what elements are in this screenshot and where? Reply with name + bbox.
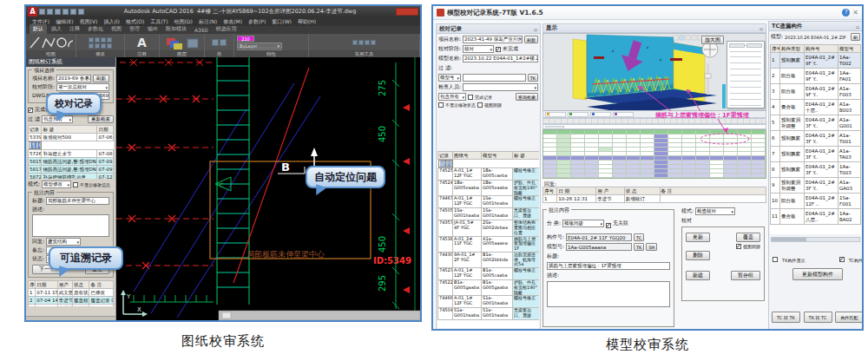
command-line[interactable] bbox=[219, 311, 420, 320]
mode-select[interactable]: 检查校对▾ bbox=[695, 207, 735, 215]
table-row[interactable]: 8预制飘窗E04A-01_2# 3F Y..1Aa-T003 bbox=[771, 162, 861, 178]
modelno-select[interactable]: 模型号▾ bbox=[438, 74, 461, 82]
open-icon[interactable] bbox=[47, 9, 53, 15]
table-row[interactable]: 110-26 12:31李进节新增校订 bbox=[543, 195, 766, 203]
ribbon-tab[interactable]: 管理 bbox=[126, 24, 143, 34]
refresh-button[interactable]: 刷 bbox=[851, 33, 860, 41]
column-header[interactable]: 构件号 bbox=[805, 45, 838, 53]
tc-button[interactable]: TC bbox=[634, 233, 644, 241]
done-checkbox[interactable] bbox=[468, 95, 473, 100]
search-button[interactable]: 重新检索 bbox=[88, 115, 114, 123]
tk-to-tc-button[interactable]: TK 转 TC bbox=[804, 312, 832, 323]
color-swatch[interactable]: 210 bbox=[237, 36, 254, 42]
menu-item[interactable]: 参数(P) bbox=[246, 18, 268, 26]
text-tool-icon[interactable]: A bbox=[137, 36, 147, 49]
table-row[interactable]: 10阳台板E04A-01_2# 12F ..1Sa-F001 bbox=[771, 194, 861, 209]
done-records-checkbox[interactable] bbox=[28, 108, 33, 113]
ribbon-group-label[interactable]: 注释 bbox=[125, 50, 159, 57]
block-tools-icon[interactable] bbox=[212, 39, 227, 46]
ribbon-group-label[interactable]: 绘图 bbox=[26, 50, 76, 57]
desc-textarea[interactable] bbox=[547, 281, 670, 307]
quick-access-toolbar[interactable] bbox=[39, 9, 84, 15]
table-row[interactable]: 745051Sa-G001haaba1Sa-G001haaba无梁窗边口、显缝 bbox=[438, 208, 540, 220]
sheet-tab[interactable] bbox=[613, 112, 634, 117]
modelno-input[interactable] bbox=[463, 74, 526, 82]
column-header[interactable]: 序号 bbox=[543, 187, 557, 195]
delete-button[interactable]: 删除 bbox=[686, 251, 710, 260]
column-header[interactable]: 序号 bbox=[29, 281, 36, 289]
query-button[interactable]: 查询检索 bbox=[516, 93, 538, 101]
tc-to-tk-button[interactable]: TC 转 TK bbox=[772, 312, 800, 323]
column-header[interactable]: 日期 bbox=[36, 281, 58, 289]
column-header[interactable]: 状态 bbox=[73, 281, 89, 289]
update-components-button[interactable]: 更新模型构件 bbox=[792, 268, 843, 280]
grid-row[interactable] bbox=[543, 174, 766, 178]
reply-select[interactable]: 建筑结构▾ bbox=[46, 238, 81, 246]
match-button[interactable]: 构件匹配 bbox=[835, 312, 864, 323]
project-name-select[interactable]: 2019-69 春暑岛皖河营销中▾ bbox=[56, 75, 91, 82]
table-row[interactable]: 5预制窗洞补调整E04A-01_2# 3F Y..A1a-G001 bbox=[771, 115, 861, 131]
linetype-select[interactable]: ByLayer▾ bbox=[237, 43, 282, 49]
stage-select[interactable]: 第一次总校对▾ bbox=[56, 83, 109, 91]
undo-icon[interactable] bbox=[62, 9, 69, 15]
table-row[interactable]: 9预制窗洞补调整E04A-01_2# 3F Y..A1a-GA03 bbox=[771, 178, 861, 194]
unfinished-checkbox[interactable] bbox=[496, 47, 501, 52]
save-button[interactable]: 暂存组 bbox=[731, 271, 760, 280]
menu-item[interactable]: 帮助(H) bbox=[295, 18, 319, 26]
desc-textarea[interactable] bbox=[32, 214, 109, 237]
view-toolbar-icons[interactable] bbox=[674, 36, 702, 40]
table-row[interactable]: 74467A-01_1# 12F YGC1Sa-G001heaba螺栓号修正 bbox=[438, 196, 540, 208]
ribbon-tab[interactable]: 视图 bbox=[108, 24, 125, 34]
follow-checkbox[interactable] bbox=[477, 102, 483, 108]
layers-icon[interactable] bbox=[165, 36, 200, 49]
ribbon-tab[interactable]: 注释 bbox=[66, 24, 83, 34]
window-controls[interactable] bbox=[396, 8, 418, 16]
table-row[interactable]: 74525A-01_1# 12F YGC1Ba-G005caeba螺栓号修正 bbox=[438, 168, 540, 180]
refresh-button[interactable]: 刷新 bbox=[93, 75, 109, 82]
model-select[interactable]: 2023.10.22 E04A-01_1#2#楼.ZIP▾ bbox=[463, 55, 538, 62]
ribbon-tab[interactable]: 插入 bbox=[48, 24, 65, 34]
ribbon-group-label[interactable]: 块 bbox=[205, 50, 233, 57]
ribbon-tab[interactable]: 输出 bbox=[144, 24, 161, 34]
mode-select[interactable]: 模型修改▾ bbox=[42, 180, 71, 188]
sheet-tab[interactable] bbox=[568, 112, 589, 117]
table-row[interactable]: 11叠合板E04A-01_2# 八层..1Aa-BA02 bbox=[771, 209, 861, 225]
modify-tools-icon[interactable] bbox=[89, 37, 112, 49]
column-header[interactable]: 标 题 bbox=[42, 126, 97, 134]
column-header[interactable]: 备 注 bbox=[89, 281, 114, 289]
sh-button[interactable]: SH bbox=[646, 243, 657, 251]
redo-icon[interactable] bbox=[70, 9, 76, 15]
ribbon-tab[interactable]: 默认 bbox=[30, 24, 47, 34]
table-row[interactable]: 2阳台板E04A-01_2# 9F Y..1Aa-FA01 bbox=[771, 69, 861, 84]
column-header[interactable]: 记录 bbox=[29, 126, 42, 134]
ribbon-group-label[interactable]: 特性 bbox=[234, 50, 308, 57]
column-header[interactable]: 用户 bbox=[57, 281, 72, 289]
draw-tools-icon[interactable] bbox=[29, 36, 73, 49]
zoom-slider[interactable] bbox=[707, 63, 709, 95]
hide-edits-checkbox[interactable] bbox=[73, 182, 78, 187]
table-row[interactable]: 3阳台板E04A-01_2# 9F Y..A1a-F003 bbox=[771, 84, 861, 100]
ribbon-group-label[interactable]: 图层 bbox=[160, 50, 204, 57]
refresh-button[interactable]: 刷新 bbox=[524, 36, 538, 43]
column-header[interactable]: 构件类型 bbox=[780, 45, 805, 53]
table-row[interactable]: 7预制飘窗E04A-01_2# 3F Y..A1a-TA03 bbox=[771, 147, 861, 162]
cover-button[interactable]: 覆盖 bbox=[736, 233, 760, 242]
model-viewport[interactable]: 放大图 bbox=[542, 33, 766, 111]
no-relation-checkbox[interactable] bbox=[606, 223, 611, 228]
tk-display-checkbox[interactable] bbox=[773, 257, 778, 262]
contain-select[interactable]: 包含所有▾ bbox=[438, 93, 466, 101]
column-header[interactable]: 状 态 bbox=[624, 187, 660, 195]
h-scrollbar[interactable] bbox=[771, 237, 860, 242]
table-row[interactable]: 74529A-01_2# 11F YGC1Aa-G005aaaea插筋与上层窗预… bbox=[438, 160, 453, 167]
table-row[interactable]: 5339板墙校对50007-06 bbox=[29, 134, 114, 141]
table-row[interactable]: 74538A-01_2# 11F YGCA1a-G005aaaea插筋与上层窗预… bbox=[438, 236, 540, 252]
checker-select[interactable]: ▾ bbox=[463, 83, 538, 91]
component-grid[interactable] bbox=[542, 129, 766, 179]
ribbon-group-label[interactable]: 实用工具 bbox=[309, 50, 419, 57]
plot-icon[interactable] bbox=[78, 9, 84, 15]
table-row[interactable]: 5349局部板筋未伸至梁中心07-04 bbox=[29, 141, 42, 149]
table-row[interactable]: 74357JA-01_5# 4F YGC2Sa-G002debaa整体结构布置图… bbox=[438, 220, 540, 236]
category-select[interactable]: 模板问题▾ bbox=[562, 220, 604, 227]
utility-tools-icon[interactable] bbox=[352, 40, 376, 45]
column-header[interactable]: 用 户 bbox=[596, 187, 625, 195]
